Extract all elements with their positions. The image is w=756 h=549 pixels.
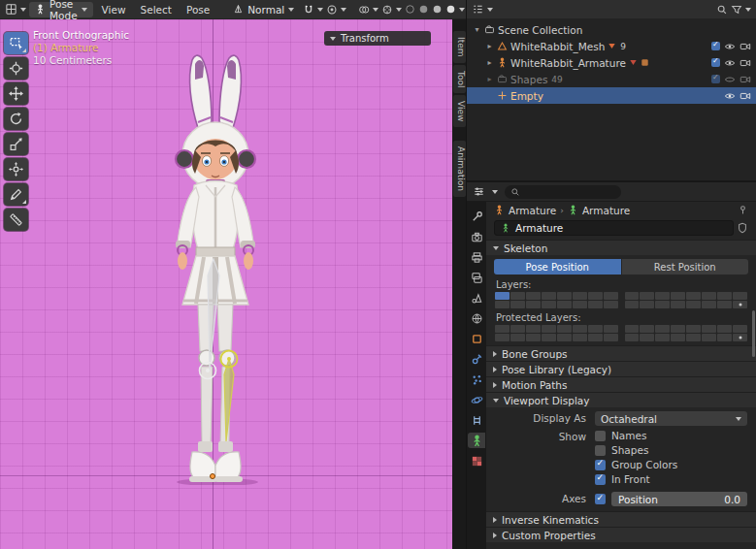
tab-physics[interactable] (468, 392, 485, 407)
tab-particles[interactable] (468, 371, 485, 387)
layer-cell[interactable] (526, 292, 541, 300)
hide-eye-icon[interactable] (724, 91, 736, 101)
outliner-row-armature[interactable]: ▸ WhiteRabbit_Armature (467, 54, 756, 71)
menu-select[interactable]: Select (135, 3, 178, 16)
layer-cell[interactable] (573, 301, 587, 308)
tab-constraints[interactable] (468, 412, 485, 428)
layer-cell[interactable] (557, 292, 572, 300)
checkbox-icon[interactable] (595, 474, 606, 485)
mode-dropdown[interactable]: Pose Mode (29, 2, 93, 17)
outliner-row-empty[interactable]: Empty (467, 87, 756, 104)
properties-editor-caret-icon[interactable] (492, 190, 498, 194)
layer-cell[interactable] (542, 325, 556, 333)
tab-view-layer[interactable] (468, 270, 485, 285)
tab-animation[interactable]: Animation (453, 141, 466, 197)
layer-cell[interactable] (655, 334, 670, 341)
tab-object-data[interactable] (468, 433, 485, 448)
layer-cell[interactable] (671, 292, 685, 300)
protected-grid-left[interactable] (495, 325, 618, 341)
tab-tool[interactable]: Tool (453, 65, 466, 93)
layer-cell[interactable] (542, 301, 556, 308)
layers-grid-left[interactable] (495, 292, 618, 308)
properties-editor-icon[interactable] (473, 185, 485, 198)
selectable-checkbox-icon[interactable] (711, 42, 720, 50)
tab-modifiers[interactable] (468, 351, 485, 367)
snap-caret-icon[interactable] (317, 8, 323, 12)
outliner-editor-caret-icon[interactable] (487, 8, 493, 12)
measure-tool[interactable] (4, 209, 28, 231)
gizmos-caret-icon[interactable] (396, 8, 402, 12)
layer-cell[interactable] (625, 301, 640, 308)
checkbox-icon[interactable] (595, 460, 606, 470)
tab-scene[interactable] (468, 290, 485, 306)
layer-cell[interactable] (655, 325, 670, 333)
layer-cell[interactable] (671, 325, 685, 333)
layer-cell[interactable] (655, 292, 670, 300)
checkbox-icon[interactable] (595, 431, 606, 441)
orientation-dropdown[interactable]: Normal (227, 2, 300, 17)
scale-tool[interactable] (4, 133, 28, 155)
layer-cell[interactable] (495, 292, 509, 300)
layer-cell[interactable] (733, 301, 747, 308)
layer-cell[interactable] (588, 292, 603, 300)
panel-viewport-display[interactable]: Viewport Display (486, 392, 756, 407)
layer-cell[interactable] (495, 334, 509, 341)
outliner-editor-icon[interactable] (472, 3, 484, 16)
render-camera-icon[interactable] (740, 58, 751, 68)
expand-caret-icon[interactable]: ▸ (485, 58, 494, 67)
fake-user-shield-icon[interactable] (737, 222, 748, 234)
menu-pose[interactable]: Pose (181, 3, 215, 16)
display-as-dropdown[interactable]: Octahedral (595, 411, 747, 426)
outliner-row-mesh[interactable]: ▸ WhiteRabbit_Mesh 9 (467, 38, 756, 54)
expand-caret-icon[interactable]: ▸ (485, 75, 494, 83)
layer-cell[interactable] (717, 325, 732, 333)
protected-grid-right[interactable] (625, 325, 748, 341)
layer-cell[interactable] (573, 325, 587, 333)
render-camera-icon[interactable] (740, 42, 751, 51)
layer-cell[interactable] (625, 292, 640, 300)
layer-cell[interactable] (526, 334, 541, 341)
layer-cell[interactable] (733, 292, 747, 300)
layer-cell[interactable] (588, 334, 603, 341)
tab-render[interactable] (468, 229, 485, 244)
layer-cell[interactable] (588, 325, 603, 333)
layer-cell[interactable] (510, 292, 525, 300)
panel-inverse-kinematics[interactable]: Inverse Kinematics (486, 511, 756, 527)
layer-cell[interactable] (510, 301, 525, 308)
breadcrumb-object-label[interactable]: Armature (509, 205, 556, 216)
layer-cell[interactable] (640, 334, 654, 341)
layer-cell[interactable] (557, 334, 572, 341)
layer-cell[interactable] (526, 325, 541, 333)
layer-cell[interactable] (557, 325, 572, 333)
shading-material-icon[interactable] (432, 4, 443, 15)
show-shapes-option[interactable]: Shapes (595, 444, 747, 456)
show-in-front-option[interactable]: In Front (595, 473, 747, 485)
layer-cell[interactable] (702, 292, 716, 300)
outliner-search-icon[interactable] (716, 4, 728, 16)
tab-object[interactable] (468, 331, 485, 346)
layer-cell[interactable] (655, 301, 670, 308)
selectable-checkbox-icon[interactable] (711, 58, 720, 67)
tab-item[interactable]: Item (453, 31, 466, 63)
layer-cell[interactable] (604, 325, 618, 333)
layer-cell[interactable] (717, 334, 732, 341)
layer-cell[interactable] (557, 301, 572, 308)
shading-rendered-icon[interactable] (445, 4, 456, 15)
pin-icon[interactable] (738, 205, 748, 215)
layer-cell[interactable] (640, 301, 654, 308)
layer-cell[interactable] (640, 325, 654, 333)
pose-position-button[interactable]: Pose Position (494, 259, 621, 274)
layer-cell[interactable] (510, 325, 525, 333)
select-box-tool[interactable] (4, 32, 28, 54)
editor-type-caret-icon[interactable] (20, 8, 26, 12)
overlays-icon[interactable] (358, 4, 370, 16)
proportional-editing-icon[interactable] (326, 4, 338, 16)
layers-grid-right[interactable] (625, 292, 748, 308)
layer-cell[interactable] (573, 334, 587, 341)
shading-solid-icon[interactable] (418, 4, 429, 15)
layer-cell[interactable] (671, 334, 685, 341)
layer-cell[interactable] (495, 325, 509, 333)
layer-cell[interactable] (625, 325, 640, 333)
proportional-caret-icon[interactable] (341, 8, 346, 12)
layer-cell[interactable] (625, 334, 640, 341)
